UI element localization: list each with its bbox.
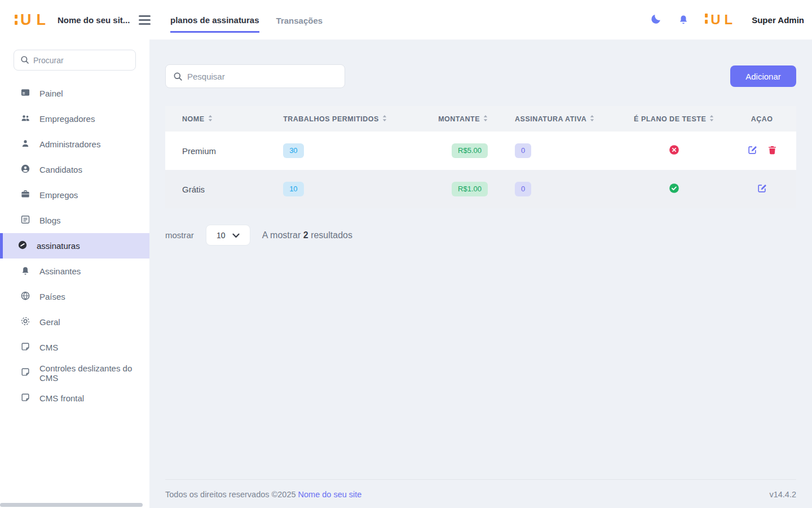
jobs-allowed-badge: 30 <box>283 143 303 158</box>
version-label: v14.4.2 <box>769 490 796 499</box>
footer: Todos os direitos reservados ©2025 Nome … <box>165 479 796 499</box>
search-icon <box>173 71 183 84</box>
user-name[interactable]: Super Admin <box>752 15 804 25</box>
edit-icon <box>747 144 758 157</box>
sidebar: Painel Empregadores Administradores Cand… <box>0 40 149 508</box>
sidebar-item-controles-deslizantes-do-cms[interactable]: Controles deslizantes do CMS <box>0 360 149 386</box>
jobs-allowed-cell: 10 <box>270 170 420 208</box>
mostrar-label: mostrar <box>165 230 194 240</box>
sidebar-item-assinaturas[interactable]: assinaturas <box>0 233 149 259</box>
main-content: Adicionar NOME TRABALHOS PERMITIDOS MONT… <box>149 40 812 508</box>
column-header-assinatura-ativa[interactable]: ASSINATURA ATIVA <box>501 106 620 132</box>
tab-transacoes[interactable]: Transações <box>276 8 323 32</box>
is-test-plan-cell <box>620 132 727 170</box>
jobs-allowed-cell: 30 <box>270 132 420 170</box>
sidebar-item-blogs[interactable]: Blogs <box>0 208 149 233</box>
jobs-allowed-badge: 10 <box>283 182 303 196</box>
moon-icon <box>650 13 662 27</box>
results-summary: A mostrar 2 resultados <box>262 230 352 240</box>
column-header-nome[interactable]: NOME <box>165 106 270 132</box>
table-row: Premium 30 R$5.00 0 <box>165 132 796 170</box>
plans-table: NOME TRABALHOS PERMITIDOS MONTANTE ASSIN… <box>165 106 796 208</box>
sidebar-item-empregos[interactable]: Empregos <box>0 182 149 208</box>
plan-name-cell: Grátis <box>165 170 270 208</box>
logo-dots-icon <box>15 15 17 28</box>
cross-circle-icon <box>668 148 680 157</box>
person-icon <box>20 138 31 151</box>
column-header-e-plano-de-teste[interactable]: É PLANO DE TESTE <box>620 106 727 132</box>
sidebar-item-painel[interactable]: Painel <box>0 81 149 106</box>
add-button[interactable]: Adicionar <box>730 65 796 87</box>
sort-icon <box>590 115 594 124</box>
table-search <box>165 64 345 88</box>
top-nav: planos de assinaturas Transações <box>170 0 323 40</box>
sidebar-item-assinantes[interactable]: Assinantes <box>0 259 149 284</box>
table-search-input[interactable] <box>165 64 345 88</box>
pagination-bar: mostrar 10 A mostrar 2 resultados <box>165 225 796 246</box>
column-header-montante[interactable]: MONTANTE <box>420 106 501 132</box>
active-subscriptions-cell: 0 <box>501 132 620 170</box>
site-link[interactable]: Nome do seu site <box>298 490 362 499</box>
logo-text: UL <box>20 12 51 28</box>
globe-icon <box>20 290 31 304</box>
sidebar-item-paises[interactable]: Países <box>0 284 149 309</box>
amount-cell: R$1.00 <box>420 170 501 208</box>
active-subscriptions-cell: 0 <box>501 170 620 208</box>
sort-icon <box>208 115 213 124</box>
edit-icon <box>756 183 767 196</box>
edit-button[interactable] <box>747 144 758 157</box>
sidebar-item-candidatos[interactable]: Candidatos <box>0 157 149 182</box>
column-header-trabalhos-permitidos[interactable]: TRABALHOS PERMITIDOS <box>270 106 420 132</box>
table-row: Grátis 10 R$1.00 0 <box>165 170 796 208</box>
sidebar-horizontal-scrollbar[interactable] <box>0 503 143 507</box>
active-subscriptions-badge: 0 <box>515 182 531 196</box>
dashboard-icon <box>20 87 31 100</box>
actions-cell <box>727 132 796 170</box>
header-user-logo: UL <box>705 13 736 27</box>
sort-icon <box>483 115 488 124</box>
app-root: UL Nome do seu sit... planos de assinatu… <box>0 0 812 508</box>
copyright-text: Todos os direitos reservados ©2025 Nome … <box>165 490 361 499</box>
logo-dots-icon <box>705 14 708 27</box>
search-icon <box>20 55 30 67</box>
tab-planos-de-assinaturas[interactable]: planos de assinaturas <box>170 7 259 33</box>
sidebar-item-administradores[interactable]: Administradores <box>0 132 149 157</box>
logo-text: UL <box>710 13 736 27</box>
trash-icon <box>767 144 778 157</box>
sidebar-item-cms[interactable]: CMS <box>0 335 149 360</box>
settings-icon <box>20 316 31 329</box>
sidebar-search <box>14 50 136 71</box>
menu-toggle-button[interactable] <box>136 13 153 27</box>
header-right: UL Super Admin <box>650 13 812 27</box>
bell-icon <box>20 265 31 278</box>
page-icon <box>20 392 31 405</box>
is-test-plan-cell <box>620 170 727 208</box>
plan-name-cell: Premium <box>165 132 270 170</box>
per-page-select[interactable]: 10 <box>206 225 250 246</box>
sidebar-item-cms-frontal[interactable]: CMS frontal <box>0 386 149 411</box>
page-icon <box>20 341 31 354</box>
active-subscriptions-badge: 0 <box>515 143 531 158</box>
chevron-down-icon <box>232 230 240 240</box>
sort-icon <box>382 115 387 124</box>
sidebar-item-geral[interactable]: Geral <box>0 309 149 335</box>
brand-area: UL Nome do seu sit... <box>0 12 149 28</box>
per-page-value: 10 <box>217 231 226 240</box>
dark-mode-toggle[interactable] <box>650 13 662 27</box>
amount-badge: R$5.00 <box>452 143 488 158</box>
delete-button[interactable] <box>767 144 778 157</box>
article-icon <box>20 214 31 227</box>
sidebar-search-input[interactable] <box>14 50 136 71</box>
briefcase-icon <box>20 189 31 202</box>
subscriptions-icon <box>17 239 28 253</box>
account-circle-icon <box>20 163 31 177</box>
bell-icon <box>677 13 690 27</box>
notifications-button[interactable] <box>677 13 690 27</box>
edit-button[interactable] <box>756 183 767 196</box>
amount-cell: R$5.00 <box>420 132 501 170</box>
check-circle-icon <box>668 186 680 196</box>
people-icon <box>20 112 31 126</box>
app-logo[interactable]: UL <box>15 12 51 28</box>
table-toolbar: Adicionar <box>165 64 796 88</box>
sidebar-item-empregadores[interactable]: Empregadores <box>0 106 149 132</box>
